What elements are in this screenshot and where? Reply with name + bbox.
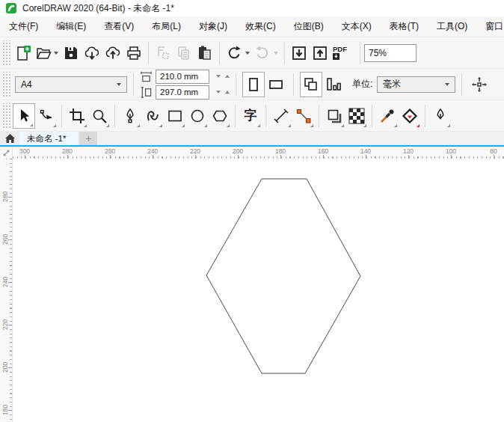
- open-from-cloud-button[interactable]: [82, 42, 102, 64]
- pen-tool[interactable]: [119, 103, 141, 129]
- pdf-save-icon: [333, 53, 339, 60]
- transparency-tool[interactable]: [345, 103, 368, 129]
- units-dropdown[interactable]: 毫米: [377, 76, 455, 93]
- page-height-field[interactable]: 297.0 mm: [156, 85, 209, 100]
- rectangle-tool[interactable]: [164, 103, 186, 129]
- save-button[interactable]: [61, 42, 82, 64]
- import-button[interactable]: [289, 42, 310, 64]
- drop-shadow-tool[interactable]: [323, 103, 345, 129]
- hruler-label: 140: [360, 147, 371, 155]
- eyedropper-icon: [379, 108, 396, 124]
- export-icon: [312, 45, 328, 61]
- zoom-level-value: 75%: [369, 48, 387, 58]
- menu-window[interactable]: 窗口: [485, 20, 503, 33]
- tab-bar-filler: [97, 132, 504, 145]
- new-document-button[interactable]: [13, 42, 34, 64]
- canvas-svg: [13, 159, 504, 422]
- toolbox-grip[interactable]: [1, 103, 10, 129]
- landscape-icon: [268, 76, 284, 93]
- menu-table[interactable]: 表格(T): [390, 20, 419, 33]
- copy-icon: [176, 45, 192, 61]
- document-tab-label: 未命名 -1*: [27, 133, 66, 144]
- vruler-major-tick: [8, 197, 12, 198]
- new-document-icon: [15, 45, 31, 61]
- polygon-tool[interactable]: [209, 103, 231, 129]
- page-height-spinner[interactable]: [216, 91, 230, 94]
- menu-edit[interactable]: 编辑(E): [56, 20, 86, 33]
- open-dropdown[interactable]: [53, 42, 61, 64]
- text-tool-glyph: 字: [245, 109, 257, 122]
- page-dimensions: 210.0 mm 297.0 mm: [140, 70, 230, 100]
- cloud-download-icon: [84, 45, 100, 61]
- zoom-tool[interactable]: [88, 103, 111, 129]
- hruler-label: 180: [275, 147, 286, 155]
- units-label: 单位:: [352, 78, 372, 91]
- ellipse-icon: [189, 108, 206, 124]
- undo-dropdown[interactable]: [245, 42, 252, 64]
- menu-effects[interactable]: 效果(C): [245, 20, 276, 33]
- page-bars-icon: [325, 76, 342, 93]
- menu-object[interactable]: 对象(J): [199, 20, 227, 33]
- page-width-value: 210.0 mm: [160, 72, 198, 81]
- drawing-canvas[interactable]: [13, 159, 504, 422]
- vruler-label: 300: [1, 159, 9, 159]
- export-button[interactable]: [310, 42, 331, 64]
- current-page-button[interactable]: [322, 72, 345, 97]
- window-title: CorelDRAW 2020 (64-Bit) - 未命名 -1*: [22, 2, 174, 15]
- document-tab[interactable]: 未命名 -1*: [19, 132, 78, 145]
- portrait-button[interactable]: [242, 72, 265, 97]
- ellipse-tool[interactable]: [186, 103, 209, 129]
- paste-icon: [197, 45, 213, 61]
- undo-button[interactable]: [224, 42, 245, 64]
- pen-nib-icon: [122, 108, 138, 124]
- save-to-cloud-button[interactable]: [102, 42, 123, 64]
- page-size-preset-value: A4: [21, 79, 32, 90]
- page-width-field[interactable]: 210.0 mm: [156, 70, 209, 84]
- title-bar: CorelDRAW 2020 (64-Bit) - 未命名 -1*: [0, 0, 504, 16]
- interactive-fill-tool[interactable]: [399, 103, 421, 129]
- vertical-ruler[interactable]: 300 280 260 240 220 200 180: [0, 159, 13, 422]
- paste-button[interactable]: [194, 42, 215, 64]
- menu-bitmaps[interactable]: 位图(B): [294, 20, 324, 33]
- redo-button: [252, 42, 273, 64]
- menu-tools[interactable]: 工具(O): [437, 20, 467, 33]
- text-tool[interactable]: 字: [239, 103, 262, 129]
- cut-icon: [155, 45, 171, 61]
- outline-pen-tool[interactable]: [429, 103, 452, 129]
- landscape-button[interactable]: [265, 72, 287, 97]
- menu-file[interactable]: 文件(F): [9, 20, 38, 33]
- zoom-level-combo[interactable]: 75%: [364, 44, 417, 62]
- shape-tool[interactable]: [35, 103, 58, 129]
- all-pages-button[interactable]: [300, 72, 322, 97]
- toolbar-grip[interactable]: [1, 40, 10, 66]
- hexagon-shape[interactable]: [206, 179, 360, 373]
- page-size-preset-dropdown[interactable]: A4: [15, 76, 127, 93]
- curve-tool[interactable]: [141, 103, 164, 129]
- dimension-tool[interactable]: [270, 103, 292, 129]
- print-button[interactable]: [123, 42, 144, 64]
- ruler-origin[interactable]: [0, 147, 13, 159]
- vruler-major-tick: [8, 367, 12, 368]
- new-page-tab-button[interactable]: +: [79, 132, 97, 145]
- nudge-offset-button[interactable]: [468, 72, 491, 97]
- hruler-label: 200: [233, 147, 243, 155]
- open-button[interactable]: [34, 42, 53, 64]
- cut-button: [153, 42, 173, 64]
- portrait-icon: [245, 76, 262, 93]
- color-eyedropper-tool[interactable]: [376, 103, 399, 129]
- crop-tool[interactable]: [66, 103, 88, 129]
- hruler-label: 120: [403, 147, 414, 155]
- home-tab-button[interactable]: [0, 132, 19, 145]
- menu-text[interactable]: 文本(X): [342, 20, 372, 33]
- publish-to-pdf-button[interactable]: PDF: [331, 42, 356, 64]
- hruler-label: 280: [62, 147, 73, 155]
- horizontal-ruler[interactable]: 300 280 260 240 220 200 180 160 140 120 …: [13, 147, 504, 159]
- hruler-label: 100: [446, 147, 456, 155]
- menu-view[interactable]: 查看(V): [104, 20, 134, 33]
- property-bar-grip[interactable]: [1, 72, 10, 97]
- menu-layout[interactable]: 布局(L): [152, 20, 181, 33]
- pick-tool[interactable]: [13, 103, 35, 129]
- connector-tool[interactable]: [292, 103, 315, 129]
- page-width-spinner[interactable]: [216, 75, 230, 78]
- zoom-magnifier-icon: [91, 108, 108, 124]
